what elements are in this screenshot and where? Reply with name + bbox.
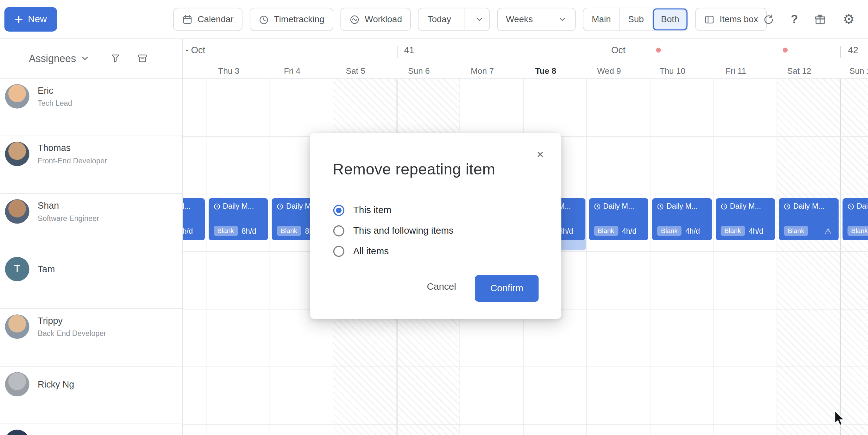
day-header-sat-5[interactable]: Sat 5 [333, 62, 397, 79]
assignee-info: ShanSoftware Engineer [38, 199, 99, 251]
cancel-button[interactable]: Cancel [427, 281, 456, 292]
task-bar[interactable]: Daily M...Blank4h/d [715, 198, 775, 240]
items-box-button-label: Items box [719, 14, 758, 24]
help-button[interactable]: ? [791, 13, 798, 26]
day-header-fri-11[interactable]: Fri 11 [714, 62, 777, 79]
day-header-wed-9[interactable]: Wed 9 [587, 62, 650, 79]
task-bar[interactable]: Daily M...Blank [842, 198, 868, 240]
task-bar-title-row: Daily M... [183, 202, 199, 210]
week-number: 41 [404, 45, 414, 55]
grid-column[interactable] [840, 79, 868, 435]
segment-sub[interactable]: Sub [619, 8, 652, 30]
assignee-info: EricTech Lead [38, 84, 72, 136]
assignee-name: Trippy [38, 316, 106, 326]
assignee-name: Ricky Ng [38, 379, 74, 390]
repeat-option[interactable]: This item [333, 203, 454, 218]
week-separator [840, 46, 841, 58]
holiday-dot [782, 48, 787, 53]
grid-column[interactable] [714, 79, 777, 435]
clock-icon [784, 203, 790, 210]
archive-icon [137, 53, 148, 64]
day-header-fri-4[interactable]: Fri 4 [270, 62, 333, 79]
day-header-tue-8[interactable]: Tue 8 [523, 62, 587, 79]
avatar [5, 372, 29, 396]
clock-icon [657, 203, 664, 210]
task-bar[interactable]: Daily M...Blank4h/d [652, 198, 712, 240]
day-header[interactable] [183, 62, 207, 79]
day-header-row: Thu 3Fri 4Sat 5Sun 6Mon 7Tue 8Wed 9Thu 1… [183, 62, 868, 79]
assignees-dropdown[interactable]: Assignees [29, 52, 76, 64]
assignee-row[interactable]: TrippyBack-End Developer [0, 309, 182, 367]
repeat-option[interactable]: This and following items [333, 223, 454, 239]
refresh-button[interactable] [763, 13, 774, 25]
settings-button[interactable]: ⚙ [843, 13, 855, 26]
blank-badge: Blank [213, 226, 238, 236]
day-header-mon-7[interactable]: Mon 7 [460, 62, 523, 79]
assignee-row[interactable] [0, 424, 182, 435]
calendar-button[interactable]: Calendar [173, 8, 242, 31]
day-header-sat-12[interactable]: Sat 12 [777, 62, 840, 79]
radio-button[interactable] [333, 246, 344, 257]
task-bar[interactable]: Daily M...Blank8h/d [183, 198, 205, 240]
day-header-sun-6[interactable]: Sun 6 [397, 62, 460, 79]
hours-per-day: 4h/d [749, 227, 763, 235]
day-header-sun-13[interactable]: Sun 13 [840, 62, 868, 79]
assignee-role: Software Engineer [38, 214, 99, 223]
archive-button[interactable] [137, 53, 148, 64]
day-label: Thu 10 [659, 65, 685, 75]
day-label: Sat 12 [787, 65, 811, 75]
day-label: Fri 4 [284, 65, 301, 75]
task-bar[interactable]: Daily M...Blank⚠ [779, 198, 838, 240]
zoom-select[interactable]: Weeks [497, 8, 576, 31]
assignee-row[interactable]: ThomasFront-End Developer [0, 136, 182, 194]
new-button[interactable]: New [4, 7, 57, 32]
day-header-thu-3[interactable]: Thu 3 [207, 62, 270, 79]
task-bar-meta-row: Blank⚠ [784, 226, 834, 236]
grid-column[interactable] [587, 79, 650, 435]
assignee-row[interactable]: Ricky Ng [0, 367, 182, 424]
workload-button[interactable]: Workload [340, 8, 411, 31]
assignee-row[interactable]: TTam [0, 251, 182, 309]
whats-new-button[interactable] [814, 13, 826, 25]
confirm-button[interactable]: Confirm [475, 275, 538, 302]
repeat-option[interactable]: All items [333, 244, 454, 259]
assignee-row[interactable]: ShanSoftware Engineer [0, 194, 182, 251]
grid-column[interactable] [207, 79, 270, 435]
task-bar-meta-row: Blank4h/d [657, 226, 707, 236]
day-label: Thu 3 [218, 65, 239, 75]
assignees-dropdown-chevron[interactable] [81, 54, 90, 63]
today-dropdown-button[interactable] [469, 8, 489, 30]
holiday-dot [656, 48, 661, 53]
task-title: Daily M... [183, 202, 191, 210]
task-bar-title-row: Daily M... [784, 202, 834, 210]
close-icon[interactable]: × [537, 149, 544, 160]
grid-column[interactable] [777, 79, 840, 435]
blank-badge: Blank [277, 226, 301, 236]
items-box-button[interactable]: Items box [695, 8, 767, 31]
app-root: New Calendar Timetracking Workload Today [0, 0, 868, 435]
timetracking-button[interactable]: Timetracking [250, 8, 333, 31]
task-title: Daily M... [603, 202, 634, 210]
task-title: Daily M... [857, 202, 868, 210]
day-label: Mon 7 [471, 65, 494, 75]
grid-column[interactable] [183, 79, 207, 435]
segment-both[interactable]: Both [652, 8, 688, 30]
assignee-info: ThomasFront-End Developer [38, 142, 107, 193]
filter-button[interactable] [110, 53, 121, 64]
clock-icon [277, 203, 283, 210]
avatar [5, 314, 29, 339]
task-title: Daily M... [793, 202, 824, 210]
view-buttons: Calendar Timetracking Workload Today Wee… [173, 8, 767, 31]
radio-button[interactable] [333, 225, 344, 237]
assignee-row[interactable]: EricTech Lead [0, 79, 182, 136]
task-title: Daily M... [730, 202, 761, 210]
filter-icon [110, 53, 121, 64]
today-button[interactable]: Today [418, 14, 459, 24]
task-bar[interactable]: Daily M...Blank8h/d [208, 198, 268, 240]
hours-per-day: 4h/d [685, 227, 700, 235]
segment-main[interactable]: Main [583, 8, 619, 30]
day-header-thu-10[interactable]: Thu 10 [650, 62, 714, 79]
grid-column[interactable] [650, 79, 714, 435]
task-bar[interactable]: Daily M...Blank4h/d [589, 198, 648, 240]
radio-button-selected[interactable] [333, 205, 344, 216]
